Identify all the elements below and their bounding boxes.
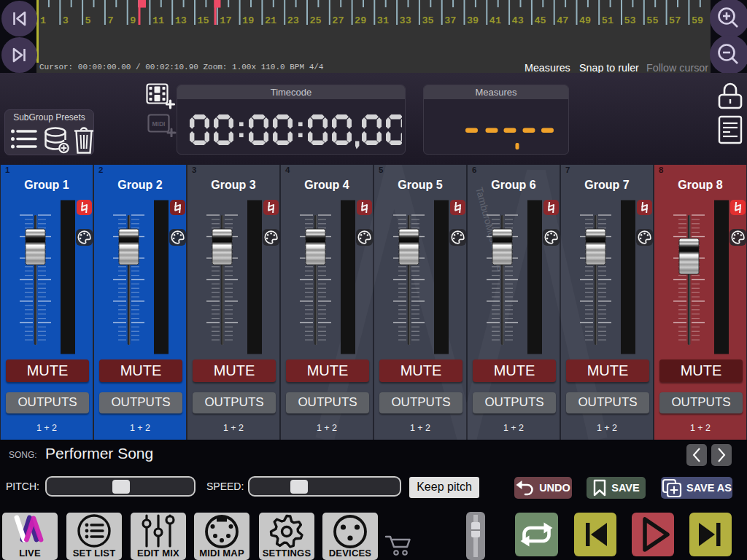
- svg-text:21: 21: [265, 15, 276, 26]
- svg-text:19: 19: [242, 15, 254, 26]
- svg-text:31: 31: [377, 15, 389, 26]
- svg-text:9: 9: [130, 15, 136, 26]
- svg-text:33: 33: [400, 15, 411, 26]
- svg-text:35: 35: [422, 15, 433, 26]
- svg-text:27: 27: [332, 15, 344, 26]
- svg-text:23: 23: [287, 15, 299, 26]
- svg-text:17: 17: [220, 15, 231, 26]
- svg-text:45: 45: [534, 15, 546, 26]
- svg-text:51: 51: [602, 15, 614, 26]
- svg-text:MIDI: MIDI: [152, 120, 166, 128]
- svg-text:55: 55: [646, 15, 658, 26]
- svg-text:57: 57: [669, 15, 681, 26]
- svg-text:1: 1: [40, 15, 46, 26]
- svg-text:29: 29: [355, 15, 366, 26]
- svg-text:3: 3: [63, 15, 69, 26]
- svg-text:53: 53: [624, 15, 636, 26]
- svg-text:43: 43: [512, 15, 524, 26]
- svg-text:39: 39: [467, 15, 479, 26]
- svg-text:41: 41: [489, 15, 501, 26]
- svg-text:7: 7: [107, 15, 113, 26]
- svg-text:25: 25: [310, 15, 322, 26]
- svg-text:47: 47: [557, 15, 568, 26]
- svg-text:59: 59: [692, 15, 703, 26]
- svg-text:49: 49: [579, 15, 591, 26]
- svg-text:15: 15: [198, 15, 209, 26]
- svg-text:11: 11: [152, 15, 164, 26]
- svg-text:37: 37: [444, 15, 456, 26]
- svg-text:5: 5: [85, 15, 91, 26]
- svg-text:13: 13: [175, 15, 187, 26]
